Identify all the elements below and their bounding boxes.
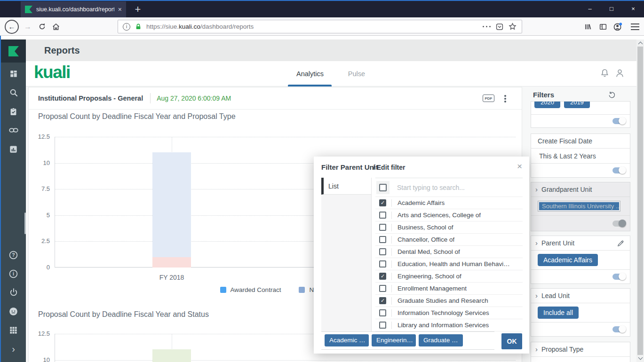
checkbox[interactable] <box>379 236 386 243</box>
filter-option-label: Arts and Sciences, College of <box>398 212 481 219</box>
person-icon <box>615 68 625 78</box>
create-fiscal-date-label[interactable]: Create Fiscal Date <box>531 134 630 149</box>
menu-button[interactable] <box>628 17 642 36</box>
checkbox[interactable]: ✓ <box>379 297 386 304</box>
home-button[interactable] <box>50 17 62 36</box>
notifications-button[interactable] <box>600 68 610 80</box>
filter-option-row[interactable]: Education, Health and Human Behavi… <box>375 258 523 270</box>
maximize-button[interactable]: □ <box>601 1 622 16</box>
dialog-tab-list[interactable]: List <box>321 178 371 195</box>
fiscal-year-chip[interactable]: 2019 <box>564 102 590 108</box>
scroll-down-icon[interactable] <box>638 355 643 360</box>
filters-refresh-button[interactable] <box>608 91 616 101</box>
sidebar-expand-button[interactable]: › <box>1 343 26 355</box>
checkbox[interactable] <box>379 212 386 219</box>
sidebar-item-search[interactable] <box>1 87 26 99</box>
sidebar-item-dashboard[interactable] <box>1 68 26 80</box>
sidebars-button[interactable] <box>596 17 610 36</box>
forward-button[interactable]: → <box>22 17 34 36</box>
new-tab-button[interactable]: + <box>130 1 146 17</box>
grandparent-unit-header[interactable]: › Grandparent Unit <box>531 182 630 197</box>
checkbox[interactable] <box>379 260 386 268</box>
filter-search-input[interactable]: Start typing to search... <box>397 184 465 191</box>
checkbox[interactable] <box>379 224 386 231</box>
sidebar-item-logout[interactable] <box>1 286 26 299</box>
scroll-up-icon[interactable] <box>638 42 643 47</box>
sidebar-item-apps[interactable] <box>1 324 26 336</box>
page-info-icon[interactable]: i <box>123 23 130 31</box>
profile-button[interactable] <box>615 68 625 80</box>
sidebar-item-reports[interactable] <box>1 143 26 155</box>
selected-filter-chip[interactable]: Engineerin… <box>372 334 416 346</box>
filter-option-row[interactable]: Information Technology Services <box>375 307 523 319</box>
create-fiscal-date-toggle[interactable] <box>612 167 625 173</box>
filter-option-row[interactable]: Enrollment Management <box>375 283 523 295</box>
url-bar[interactable]: i https://siue.kuali.co/dashboard/report… <box>118 20 522 33</box>
sidebar-item-help[interactable]: ? <box>1 249 26 261</box>
checkbox[interactable] <box>379 248 386 255</box>
filter-option-label: Academic Affairs <box>398 199 445 206</box>
tab-analytics[interactable]: Analytics <box>284 61 336 87</box>
sidebar-item-tasks[interactable] <box>1 105 26 118</box>
reload-button[interactable] <box>36 17 48 36</box>
filter-option-row[interactable]: ✓ Graduate Studies and Research <box>375 295 523 307</box>
checkbox[interactable] <box>379 322 386 329</box>
filter-option-row[interactable]: Chancellor, Office of <box>375 234 523 246</box>
tab-close-icon[interactable]: × <box>118 6 122 13</box>
divider <box>391 224 392 231</box>
filter-option-row[interactable]: Business, School of <box>375 221 523 234</box>
selected-filter-chips: Academic …Engineerin…Graduate … <box>325 334 463 346</box>
proposal-type-header[interactable]: › Proposal Type <box>531 342 630 357</box>
lead-unit-header[interactable]: › Lead Unit <box>531 289 630 303</box>
minimize-button[interactable]: – <box>579 1 601 16</box>
sidebar-item-info[interactable]: i <box>1 268 26 280</box>
tab-title: siue.kuali.co/dashboard/report <box>36 6 114 13</box>
ok-button[interactable]: OK <box>501 333 522 349</box>
parent-unit-toggle[interactable] <box>612 274 625 280</box>
edit-filter-button[interactable] <box>617 239 625 249</box>
divider <box>391 273 392 280</box>
filter-option-row[interactable]: Arts and Sciences, College of <box>375 209 523 221</box>
kuali-logo-square[interactable] <box>1 39 26 63</box>
close-button[interactable]: × <box>622 1 644 16</box>
lead-unit-chip[interactable]: Include all <box>538 307 579 319</box>
checkbox[interactable] <box>379 309 386 316</box>
page-scrollbar[interactable] <box>636 39 644 362</box>
scrollbar-thumb[interactable] <box>637 47 643 355</box>
library-button[interactable] <box>581 17 595 36</box>
selected-filter-chip[interactable]: Graduate … <box>419 334 463 346</box>
filter-option-row[interactable]: Dental Med, School of <box>375 246 523 258</box>
filter-option-label: Education, Health and Human Behavi… <box>398 260 510 268</box>
lead-unit-toggle[interactable] <box>612 326 625 332</box>
divider <box>391 236 392 244</box>
https-lock-icon <box>135 23 142 31</box>
page-actions-icon[interactable] <box>486 26 488 28</box>
browser-tab[interactable]: siue.kuali.co/dashboard/report × <box>21 1 126 17</box>
checkbox[interactable]: ✓ <box>379 273 386 280</box>
deadline-filter-toggle[interactable] <box>612 118 625 124</box>
apps-grid-icon <box>9 326 18 335</box>
filters-panel: Filters 20202019 <box>528 87 634 362</box>
back-button[interactable]: ← <box>3 17 20 36</box>
filter-card-create-fiscal-date: Create Fiscal Date This & Last 2 Years <box>531 134 630 178</box>
info-icon: i <box>8 269 18 279</box>
selected-filter-chip[interactable]: Academic … <box>325 334 369 346</box>
parent-unit-header[interactable]: › Parent Unit <box>531 236 630 251</box>
filter-option-row[interactable]: ✓ Academic Affairs <box>375 197 523 209</box>
bookmark-star-icon[interactable] <box>508 22 517 31</box>
filter-option-row[interactable]: Library and Information Services <box>375 319 523 331</box>
checkbox[interactable]: ✓ <box>379 199 386 206</box>
fiscal-year-chip[interactable]: 2020 <box>534 102 560 108</box>
create-fiscal-date-value[interactable]: This & Last 2 Years <box>531 149 630 164</box>
sidebar-item-feedback[interactable] <box>1 305 26 317</box>
select-all-checkbox[interactable] <box>379 184 387 191</box>
parent-unit-chip[interactable]: Academic Affairs <box>538 254 598 266</box>
pocket-icon[interactable] <box>495 23 504 31</box>
account-button[interactable] <box>611 17 624 36</box>
checkbox[interactable] <box>379 285 386 292</box>
dialog-close-icon[interactable]: × <box>517 161 522 172</box>
filter-option-row[interactable]: ✓ Engineering, School of <box>375 270 523 283</box>
tab-pulse[interactable]: Pulse <box>335 61 378 87</box>
sidebar-item-links[interactable] <box>1 124 26 136</box>
svg-text:?: ? <box>12 252 15 258</box>
